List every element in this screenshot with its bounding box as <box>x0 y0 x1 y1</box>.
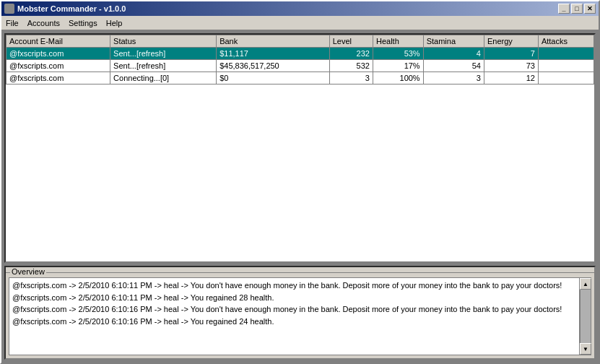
cell-stamina: 3 <box>423 72 484 84</box>
title-bar-title: Mobster Commander - v1.0.0 <box>4 4 126 14</box>
overview-panel: Overview @fxscripts.com -> 2/5/2010 6:10… <box>4 266 596 360</box>
cell-bank: $45,836,517,250 <box>217 60 330 72</box>
cell-status: Sent...[refresh] <box>110 60 217 72</box>
cell-level: 232 <box>329 48 373 60</box>
menu-settings[interactable]: Settings <box>64 17 102 29</box>
cell-bank: $11,117 <box>217 48 330 60</box>
cell-email: @fxscripts.com <box>6 72 110 84</box>
table-row[interactable]: @fxscripts.comSent...[refresh]$11,117232… <box>6 48 594 60</box>
scroll-track[interactable] <box>581 290 591 343</box>
overview-label: Overview <box>10 267 46 276</box>
menu-bar: File Accounts Settings Help <box>1 16 599 30</box>
log-line: @fxscripts.com -> 2/5/2010 6:10:11 PM ->… <box>12 280 576 292</box>
window-title: Mobster Commander - v1.0.0 <box>17 4 126 13</box>
cell-status: Connecting...[0] <box>110 72 217 84</box>
log-line: @fxscripts.com -> 2/5/2010 6:10:16 PM ->… <box>12 303 576 316</box>
accounts-table-area: Account E-Mail Status Bank Level Health … <box>4 33 596 263</box>
overview-log[interactable]: @fxscripts.com -> 2/5/2010 6:10:11 PM ->… <box>9 277 580 355</box>
table-row[interactable]: @fxscripts.comSent...[refresh]$45,836,51… <box>6 60 594 72</box>
minimize-button[interactable]: _ <box>558 4 570 14</box>
cell-level: 3 <box>329 72 373 84</box>
cell-health: 53% <box>373 48 423 60</box>
col-stamina: Stamina <box>423 35 484 48</box>
overview-header: Overview <box>6 267 594 277</box>
log-line: @fxscripts.com -> 2/5/2010 6:10:16 PM ->… <box>12 316 576 328</box>
cell-attacks <box>538 48 594 60</box>
col-energy: Energy <box>484 35 538 48</box>
col-attacks: Attacks <box>538 35 594 48</box>
app-icon <box>4 4 14 14</box>
menu-file[interactable]: File <box>1 17 23 29</box>
scroll-down-button[interactable]: ▼ <box>580 343 591 355</box>
cell-energy: 73 <box>484 60 538 72</box>
col-bank: Bank <box>217 35 330 48</box>
col-level: Level <box>329 35 373 48</box>
menu-help[interactable]: Help <box>102 17 127 29</box>
cell-email: @fxscripts.com <box>6 60 110 72</box>
main-window: Mobster Commander - v1.0.0 _ □ ✕ File Ac… <box>0 0 600 364</box>
cell-energy: 7 <box>484 48 538 60</box>
table-row[interactable]: @fxscripts.comConnecting...[0]$03100%312 <box>6 72 594 84</box>
maximize-button[interactable]: □ <box>571 4 583 14</box>
title-bar: Mobster Commander - v1.0.0 _ □ ✕ <box>1 1 599 16</box>
table-header-row: Account E-Mail Status Bank Level Health … <box>6 35 594 48</box>
vertical-scrollbar[interactable]: ▲ ▼ <box>580 277 591 355</box>
close-button[interactable]: ✕ <box>584 4 596 14</box>
cell-attacks <box>538 72 594 84</box>
cell-email: @fxscripts.com <box>6 48 110 60</box>
overview-scroll-area: @fxscripts.com -> 2/5/2010 6:10:11 PM ->… <box>9 277 591 355</box>
main-content: Account E-Mail Status Bank Level Health … <box>1 30 599 363</box>
title-bar-buttons: _ □ ✕ <box>558 4 596 14</box>
menu-accounts[interactable]: Accounts <box>23 17 64 29</box>
cell-status: Sent...[refresh] <box>110 48 217 60</box>
accounts-table: Account E-Mail Status Bank Level Health … <box>6 35 594 84</box>
cell-attacks <box>538 60 594 72</box>
log-line: @fxscripts.com -> 2/5/2010 6:10:11 PM ->… <box>12 292 576 304</box>
cell-health: 17% <box>373 60 423 72</box>
cell-energy: 12 <box>484 72 538 84</box>
cell-level: 532 <box>329 60 373 72</box>
col-email: Account E-Mail <box>6 35 110 48</box>
cell-stamina: 54 <box>423 60 484 72</box>
scroll-up-button[interactable]: ▲ <box>580 278 591 290</box>
col-health: Health <box>373 35 423 48</box>
cell-stamina: 4 <box>423 48 484 60</box>
col-status: Status <box>110 35 217 48</box>
cell-health: 100% <box>373 72 423 84</box>
cell-bank: $0 <box>217 72 330 84</box>
